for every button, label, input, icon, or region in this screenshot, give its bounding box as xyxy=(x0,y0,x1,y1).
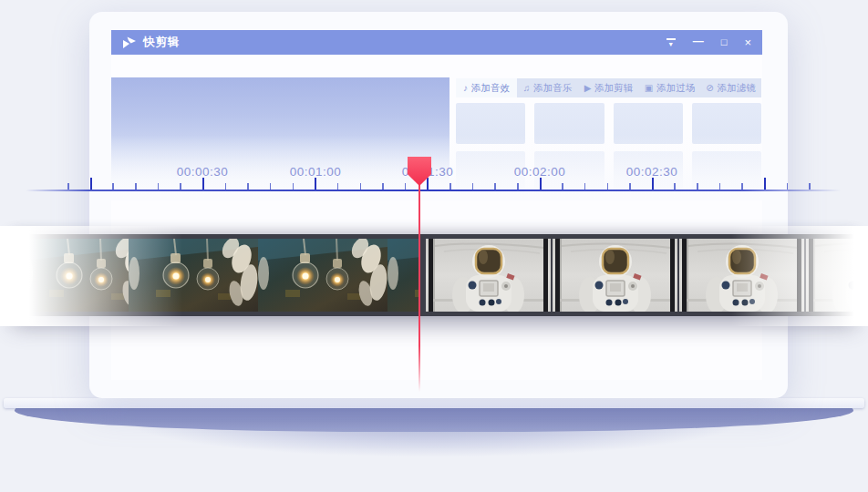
ruler-tick-minor xyxy=(337,183,339,190)
ruler-tick-minor xyxy=(472,183,474,190)
bulbs-thumbnail xyxy=(388,239,419,312)
ruler-tick-major xyxy=(764,178,766,190)
ruler-tick-major xyxy=(540,178,542,190)
ruler-tick-minor xyxy=(719,183,721,190)
ruler-tick-minor xyxy=(607,183,609,190)
ruler-tick-minor xyxy=(225,183,227,190)
ruler-tick-minor xyxy=(405,183,407,190)
ruler-tick-major xyxy=(315,178,316,190)
ruler-tick-minor xyxy=(270,183,272,190)
ruler-tick-minor xyxy=(674,183,676,190)
ruler-tick-major xyxy=(652,178,654,190)
ruler-tick-minor xyxy=(158,183,160,190)
astronaut-thumbnail xyxy=(426,239,551,312)
ruler-tick-minor xyxy=(517,183,519,190)
ruler-tick-minor xyxy=(494,183,496,190)
ruler-tick-minor xyxy=(629,183,631,190)
ruler-tick-minor xyxy=(697,183,698,190)
ruler-tick-minor xyxy=(450,183,451,190)
ruler-tick-minor xyxy=(67,183,69,190)
bulbs-thumbnail xyxy=(258,239,388,312)
laptop-deck xyxy=(4,398,864,408)
astronaut-thumbnail xyxy=(553,239,677,312)
ruler-tick-major xyxy=(202,178,204,190)
ruler-tick-minor xyxy=(382,183,384,190)
ruler-tick-major xyxy=(427,178,429,190)
ruler-tick-minor xyxy=(180,183,181,190)
filmstrip-left-fade xyxy=(0,226,182,326)
ruler-tick-major xyxy=(90,178,92,190)
filmstrip-right-fade xyxy=(731,226,868,326)
ruler-tick-minor xyxy=(787,183,789,190)
ruler-tick-minor xyxy=(741,183,743,190)
playhead-line xyxy=(418,182,420,392)
ruler-ticks xyxy=(0,0,868,193)
ruler-tick-minor xyxy=(247,183,249,190)
ruler-tick-minor xyxy=(293,183,294,190)
ruler-tick-minor xyxy=(584,183,586,190)
app-mockup-stage: 快剪辑 ▼ — □ × ♪添加音效♫添加音乐▶添加剪辑▣添加过场⊘添加滤镜 00… xyxy=(0,0,868,492)
ruler-tick-minor xyxy=(562,183,563,190)
ruler-tick-minor xyxy=(112,183,114,190)
ruler-tick-minor xyxy=(360,183,362,190)
ruler-tick-minor xyxy=(135,183,137,190)
ruler-tick-minor xyxy=(809,183,811,190)
